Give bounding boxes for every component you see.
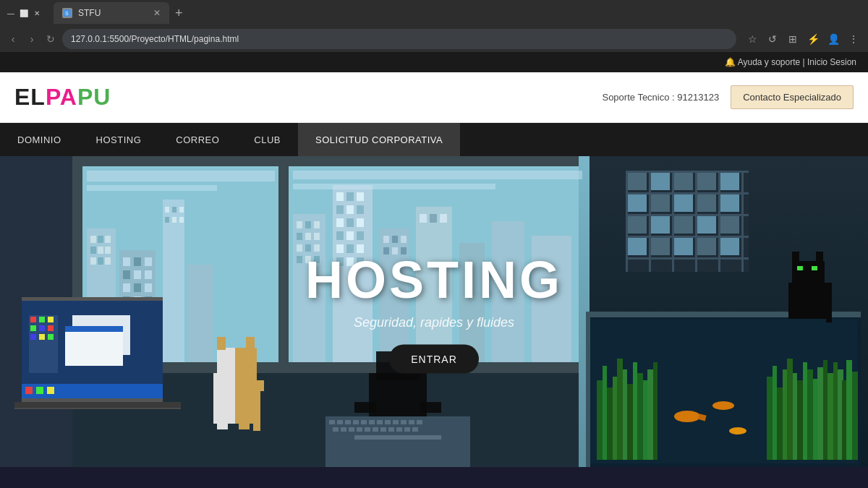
site-logo: ELPAPU — [14, 84, 111, 111]
svg-rect-157 — [603, 366, 607, 460]
svg-rect-158 — [607, 388, 613, 460]
svg-rect-183 — [842, 380, 846, 460]
nav-item-dominio[interactable]: DOMINIO — [0, 123, 79, 156]
svg-rect-230 — [87, 185, 217, 191]
svg-rect-180 — [827, 373, 833, 460]
browser-title-bar: — ⬜ ✕ S STFU ✕ + — [0, 0, 868, 26]
extensions-icon[interactable]: ⚡ — [804, 30, 822, 48]
svg-rect-112 — [14, 402, 181, 408]
svg-rect-161 — [623, 369, 627, 460]
browser-action-buttons: ☆ ↺ ⊞ ⚡ 👤 ⋮ — [744, 30, 862, 48]
svg-rect-181 — [833, 362, 838, 460]
hero-cta-button[interactable]: ENTRAR — [389, 345, 479, 374]
tab-favicon: S — [62, 8, 72, 18]
hero-section: HOSTING Seguridad, rapides y fluides ENT… — [0, 156, 868, 467]
svg-rect-38 — [165, 217, 169, 223]
svg-rect-207 — [718, 171, 720, 272]
svg-rect-83 — [430, 214, 437, 223]
svg-rect-77 — [401, 236, 407, 243]
support-phone-text: Soporte Tecnico : 91213123 — [602, 92, 719, 103]
nav-item-hosting[interactable]: HOSTING — [79, 123, 159, 156]
svg-rect-35 — [165, 207, 169, 213]
svg-rect-137 — [401, 420, 407, 424]
svg-rect-97 — [36, 387, 43, 394]
svg-rect-185 — [852, 372, 858, 460]
svg-rect-118 — [246, 337, 255, 350]
svg-rect-201 — [626, 236, 749, 238]
svg-rect-173 — [793, 373, 797, 460]
svg-rect-132 — [361, 420, 367, 424]
maximize-button[interactable]: ⬜ — [19, 8, 29, 18]
svg-rect-20 — [105, 257, 111, 265]
svg-rect-17 — [105, 247, 111, 254]
svg-rect-156 — [597, 380, 603, 460]
svg-rect-141 — [341, 427, 346, 432]
svg-rect-75 — [383, 236, 389, 243]
nav-item-club[interactable]: CLUB — [237, 123, 298, 156]
svg-rect-221 — [674, 216, 693, 234]
svg-rect-26 — [134, 270, 141, 279]
svg-rect-25 — [123, 270, 130, 279]
address-input[interactable] — [62, 29, 736, 49]
profile-icon[interactable]: 👤 — [825, 30, 842, 48]
svg-rect-216 — [674, 194, 693, 212]
svg-rect-40 — [179, 217, 184, 223]
contact-specialized-button[interactable]: Contacto Especializado — [731, 85, 854, 109]
svg-rect-30 — [145, 283, 152, 292]
reload-button[interactable]: ↻ — [43, 32, 58, 46]
svg-rect-215 — [651, 194, 670, 212]
minimize-button[interactable]: — — [6, 8, 16, 18]
logo-pa: PA — [46, 84, 77, 110]
tab-title: STFU — [78, 8, 101, 18]
svg-rect-125 — [354, 402, 376, 413]
svg-rect-227 — [697, 238, 716, 255]
svg-rect-138 — [409, 420, 414, 424]
svg-rect-93 — [22, 297, 163, 301]
svg-rect-76 — [392, 236, 398, 243]
svg-rect-190 — [788, 283, 828, 319]
svg-text:S: S — [65, 11, 69, 16]
svg-rect-56 — [336, 192, 344, 201]
svg-rect-231 — [293, 171, 582, 179]
svg-rect-172 — [787, 359, 793, 460]
nav-item-solicitud[interactable]: SOLICITUD CORPORATIVA — [298, 123, 460, 156]
svg-rect-222 — [697, 216, 716, 234]
svg-rect-7 — [278, 156, 289, 373]
svg-rect-58 — [357, 192, 364, 201]
menu-icon[interactable]: ⋮ — [845, 30, 862, 48]
refresh-icon[interactable]: ↺ — [764, 30, 781, 48]
svg-rect-106 — [30, 325, 36, 331]
bookmark-star-icon[interactable]: ☆ — [744, 30, 761, 48]
svg-rect-116 — [217, 348, 235, 377]
svg-rect-148 — [396, 427, 402, 432]
utility-bar: 🔔 Ayuda y soporte | Inicio Sesion — [0, 52, 868, 72]
svg-rect-135 — [385, 420, 391, 424]
svg-rect-103 — [30, 317, 36, 322]
svg-rect-126 — [420, 402, 441, 413]
svg-rect-102 — [29, 315, 58, 373]
svg-rect-18 — [90, 257, 96, 265]
svg-point-188 — [729, 427, 746, 435]
svg-rect-206 — [695, 171, 697, 272]
svg-rect-171 — [783, 369, 787, 460]
back-button[interactable]: ‹ — [6, 32, 20, 46]
svg-rect-154 — [586, 315, 590, 467]
forward-button[interactable]: › — [25, 32, 39, 46]
active-tab[interactable]: S STFU ✕ — [54, 2, 169, 24]
new-tab-button[interactable]: + — [169, 2, 189, 24]
svg-rect-6 — [72, 156, 579, 166]
svg-rect-122 — [239, 422, 250, 429]
svg-rect-119 — [253, 388, 260, 431]
svg-rect-224 — [628, 238, 647, 255]
tab-grid-icon[interactable]: ⊞ — [784, 30, 801, 48]
svg-rect-163 — [633, 362, 637, 460]
svg-rect-151 — [354, 435, 441, 440]
svg-rect-133 — [369, 420, 375, 424]
nav-item-correo[interactable]: CORREO — [158, 123, 237, 156]
svg-rect-146 — [380, 427, 386, 432]
svg-rect-105 — [48, 317, 54, 322]
svg-rect-208 — [741, 171, 744, 272]
close-button[interactable]: ✕ — [32, 8, 42, 18]
tab-close-icon[interactable]: ✕ — [153, 8, 161, 18]
svg-rect-217 — [697, 194, 716, 212]
